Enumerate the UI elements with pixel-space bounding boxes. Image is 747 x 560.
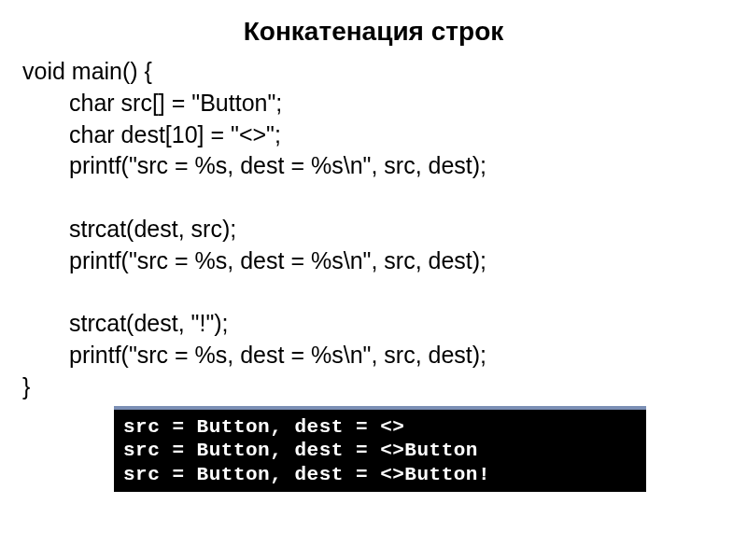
code-line: char dest[10] = "<>"; <box>22 119 725 151</box>
code-line: strcat(dest, src); <box>22 214 725 245</box>
slide-title: Конкатенация строк <box>0 0 747 56</box>
code-line: printf("src = %s, dest = %s\n", src, des… <box>22 150 725 182</box>
code-line: void main() { <box>22 56 725 88</box>
console-line: src = Button, dest = <>Button! <box>123 463 637 486</box>
code-line: printf("src = %s, dest = %s\n", src, des… <box>22 245 725 277</box>
console-line: src = Button, dest = <> <box>123 415 637 439</box>
console-line: src = Button, dest = <>Button <box>123 439 637 462</box>
code-line: printf("src = %s, dest = %s\n", src, des… <box>22 340 725 371</box>
code-line: strcat(dest, "!"); <box>22 308 725 340</box>
code-line: } <box>22 371 725 403</box>
code-line: char src[] = "Button"; <box>22 88 725 119</box>
code-line <box>22 182 725 214</box>
code-block: void main() { char src[] = "Button"; cha… <box>0 56 747 402</box>
console-output: src = Button, dest = <> src = Button, de… <box>114 406 646 492</box>
code-line <box>22 276 725 308</box>
